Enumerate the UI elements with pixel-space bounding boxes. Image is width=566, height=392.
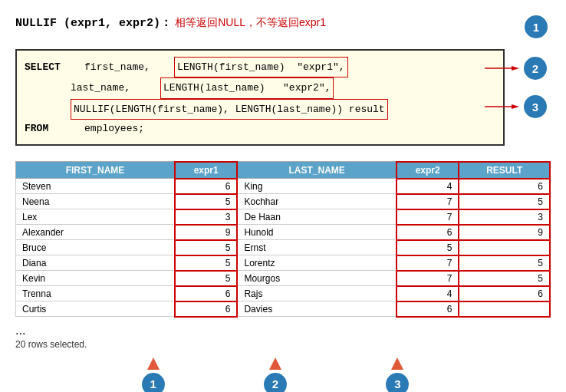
bottom-badge-col-3: 3 <box>386 357 409 392</box>
bottom-badge-2: 2 <box>264 373 287 392</box>
svg-marker-1 <box>512 66 519 71</box>
table-row: Bruce5Ernst5 <box>16 240 551 255</box>
table-cell: 9 <box>459 225 550 240</box>
col-header-lastname: LAST_NAME <box>237 162 396 179</box>
table-cell: Ernst <box>237 240 396 255</box>
bottom-badge-col-1: 1 <box>142 357 165 392</box>
badge-3-right: 3 <box>485 95 547 118</box>
table-cell: 5 <box>175 194 238 209</box>
bottom-badges-section: 1 2 3 <box>15 357 551 392</box>
code-length-expr2: LENGTH(last_name) "expr2", <box>160 77 334 98</box>
table-row: Alexander9Hunold69 <box>16 225 551 240</box>
table-cell: 9 <box>175 225 238 240</box>
table-cell: 4 <box>397 179 459 194</box>
table-cell: 7 <box>397 255 459 271</box>
arrow-up-3 <box>391 357 403 370</box>
title-section: NULLIF (expr1, expr2)： 相等返回NULL，不等返回expr… <box>15 15 551 38</box>
table-cell: 6 <box>175 179 238 194</box>
table-row: Steven6King46 <box>16 179 551 194</box>
table-cell: 7 <box>397 194 459 209</box>
code-lastname: last_name, <box>71 82 130 94</box>
table-cell: Trenna <box>16 286 175 301</box>
table-cell: Kochhar <box>237 194 396 209</box>
table-cell: Lex <box>16 209 175 225</box>
table-cell: 5 <box>175 271 238 286</box>
table-cell: 5 <box>175 240 238 255</box>
table-row: Kevin5Mourgos75 <box>16 271 551 286</box>
table-cell <box>459 240 550 255</box>
table-cell: 5 <box>175 255 238 271</box>
col-header-expr1: expr1 <box>175 162 238 179</box>
table-cell: 6 <box>175 286 238 301</box>
badge-2: 2 <box>524 57 547 80</box>
rows-info: 20 rows selected. <box>15 339 551 350</box>
table-row: Neena5Kochhar75 <box>16 194 551 209</box>
table-header-row: FIRST_NAME expr1 LAST_NAME expr2 RESULT <box>16 162 551 179</box>
table-cell: Diana <box>16 255 175 271</box>
table-cell: 6 <box>397 225 459 240</box>
table-cell: Mourgos <box>237 271 396 286</box>
table-cell: Rajs <box>237 286 396 301</box>
code-space1 <box>67 61 79 73</box>
table-cell: 3 <box>175 209 238 225</box>
bottom-badge-3: 3 <box>386 373 409 392</box>
table-row: Diana5Lorentz75 <box>16 255 551 271</box>
table-cell: Kevin <box>16 271 175 286</box>
code-block: SELECT first_name, LENGTH(first_name) "e… <box>15 49 505 146</box>
code-section-wrapper: SELECT first_name, LENGTH(first_name) "e… <box>15 49 505 146</box>
table-cell: 6 <box>459 286 550 301</box>
table-cell: Alexander <box>16 225 175 240</box>
table-cell: Curtis <box>16 301 175 317</box>
code-space4 <box>54 123 78 134</box>
table-cell: 5 <box>397 240 459 255</box>
table-cell: 5 <box>459 255 550 271</box>
table-cell: Steven <box>16 179 175 194</box>
arrow-line-badge2 <box>485 64 519 72</box>
bottom-badge-1: 1 <box>142 373 165 392</box>
code-line-4: FROM employees; <box>25 120 495 137</box>
col-header-firstname: FIRST_NAME <box>16 162 175 179</box>
badge-2-right: 2 <box>485 57 547 80</box>
table-cell: Neena <box>16 194 175 209</box>
code-line-2: last_name, LENGTH(last_name) "expr2", <box>25 77 495 98</box>
arrow-line-badge3 <box>485 103 519 110</box>
table-cell: De Haan <box>237 209 396 225</box>
table-row: Curtis6Davies6 <box>16 301 551 317</box>
table-cell: 4 <box>397 286 459 301</box>
code-line-1: SELECT first_name, LENGTH(first_name) "e… <box>25 57 495 77</box>
title-text: NULLIF (expr1, expr2)： 相等返回NULL，不等返回expr… <box>15 15 326 30</box>
table-cell: 6 <box>397 301 459 317</box>
table-cell: 6 <box>175 301 238 317</box>
col-header-expr2: expr2 <box>397 162 459 179</box>
table-cell: 6 <box>459 179 550 194</box>
table-cell: 5 <box>459 194 550 209</box>
table-row: Trenna6Rajs46 <box>16 286 551 301</box>
badge-1-top: 1 <box>525 15 548 38</box>
table-cell: 7 <box>397 209 459 225</box>
table-row: Lex3De Haan73 <box>16 209 551 225</box>
func-name: NULLIF (expr1, expr2)： <box>15 17 172 30</box>
table-cell: 5 <box>459 271 550 286</box>
table-cell: 3 <box>459 209 550 225</box>
table-cell: Lorentz <box>237 255 396 271</box>
page-container: NULLIF (expr1, expr2)： 相等返回NULL，不等返回expr… <box>15 15 551 392</box>
table-cell: 7 <box>397 271 459 286</box>
data-table: FIRST_NAME expr1 LAST_NAME expr2 RESULT … <box>15 161 551 318</box>
ellipsis: ... <box>15 324 551 338</box>
arrow-up-2 <box>269 357 281 370</box>
badge-3: 3 <box>524 95 547 118</box>
code-nullif: NULLIF(LENGTH(first_name), LENGTH(last_n… <box>71 99 388 120</box>
table-cell: Hunold <box>237 225 396 240</box>
code-select: SELECT <box>25 61 61 73</box>
code-space2 <box>156 61 169 73</box>
arrow-up-1 <box>147 357 160 370</box>
table-cell <box>459 301 550 317</box>
svg-marker-3 <box>512 104 519 109</box>
table-cell: Bruce <box>16 240 175 255</box>
col-header-result: RESULT <box>459 162 550 179</box>
code-line-3: NULLIF(LENGTH(first_name), LENGTH(last_n… <box>25 99 495 120</box>
bottom-badge-col-2: 2 <box>264 357 287 392</box>
description-text: 相等返回NULL，不等返回expr1 <box>175 16 326 28</box>
table-cell: King <box>237 179 396 194</box>
code-from: FROM <box>25 123 48 134</box>
